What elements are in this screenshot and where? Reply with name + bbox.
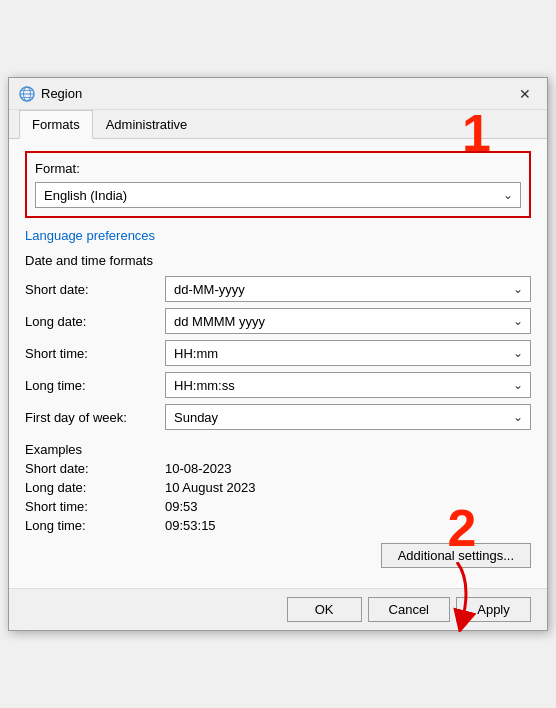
examples-title: Examples bbox=[25, 442, 531, 457]
tab-formats[interactable]: Formats bbox=[19, 110, 93, 139]
cancel-button[interactable]: Cancel bbox=[368, 597, 450, 622]
short-time-label: Short time: bbox=[25, 346, 165, 361]
title-bar: Region ✕ bbox=[9, 78, 547, 110]
ok-button[interactable]: OK bbox=[287, 597, 362, 622]
format-select[interactable]: English (India) English (United States) … bbox=[35, 182, 521, 208]
short-time-select-wrapper: HH:mm bbox=[165, 340, 531, 366]
long-date-select[interactable]: dd MMMM yyyy bbox=[165, 308, 531, 334]
globe-icon bbox=[19, 86, 35, 102]
footer-wrapper: 2 OK Cancel Apply bbox=[9, 588, 547, 630]
additional-settings-area: Additional settings... bbox=[25, 543, 531, 576]
first-day-select-wrapper: Sunday bbox=[165, 404, 531, 430]
language-preferences-link[interactable]: Language preferences bbox=[25, 228, 155, 243]
first-day-label: First day of week: bbox=[25, 410, 165, 425]
ex-long-date-value: 10 August 2023 bbox=[165, 480, 531, 495]
first-day-select[interactable]: Sunday bbox=[165, 404, 531, 430]
ex-short-date-value: 10-08-2023 bbox=[165, 461, 531, 476]
additional-settings-button[interactable]: Additional settings... bbox=[381, 543, 531, 568]
examples-section: Examples Short date: 10-08-2023 Long dat… bbox=[25, 442, 531, 533]
ex-short-time-label: Short time: bbox=[25, 499, 165, 514]
main-content: 1 Format: English (India) English (Unite… bbox=[9, 139, 547, 588]
short-date-select-wrapper: dd-MM-yyyy bbox=[165, 276, 531, 302]
format-section: Format: English (India) English (United … bbox=[25, 151, 531, 218]
ex-long-time-label: Long time: bbox=[25, 518, 165, 533]
apply-button[interactable]: Apply bbox=[456, 597, 531, 622]
footer-buttons: OK Cancel Apply bbox=[9, 588, 547, 630]
long-date-label: Long date: bbox=[25, 314, 165, 329]
close-button[interactable]: ✕ bbox=[513, 82, 537, 106]
examples-grid: Short date: 10-08-2023 Long date: 10 Aug… bbox=[25, 461, 531, 533]
tab-administrative[interactable]: Administrative bbox=[93, 110, 201, 139]
datetime-formats-title: Date and time formats bbox=[25, 253, 531, 268]
ex-long-time-value: 09:53:15 bbox=[165, 518, 531, 533]
ex-short-time-value: 09:53 bbox=[165, 499, 531, 514]
short-time-select[interactable]: HH:mm bbox=[165, 340, 531, 366]
short-date-label: Short date: bbox=[25, 282, 165, 297]
long-date-select-wrapper: dd MMMM yyyy bbox=[165, 308, 531, 334]
long-time-select[interactable]: HH:mm:ss bbox=[165, 372, 531, 398]
window-title: Region bbox=[41, 86, 82, 101]
ex-short-date-label: Short date: bbox=[25, 461, 165, 476]
region-window: Region ✕ Formats Administrative 1 Format… bbox=[8, 77, 548, 631]
datetime-grid: Short date: dd-MM-yyyy Long date: dd MMM… bbox=[25, 276, 531, 430]
tabs-bar: Formats Administrative bbox=[9, 110, 547, 139]
short-date-select[interactable]: dd-MM-yyyy bbox=[165, 276, 531, 302]
long-time-label: Long time: bbox=[25, 378, 165, 393]
long-time-select-wrapper: HH:mm:ss bbox=[165, 372, 531, 398]
ex-long-date-label: Long date: bbox=[25, 480, 165, 495]
format-select-wrapper: English (India) English (United States) … bbox=[35, 182, 521, 208]
format-label: Format: bbox=[35, 161, 521, 176]
